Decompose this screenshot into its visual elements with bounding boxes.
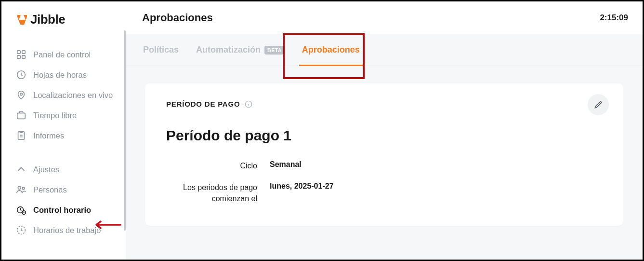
beta-badge: BETA <box>264 46 285 55</box>
sidebar-item-reports[interactable]: Informes <box>1 125 126 146</box>
svg-rect-1 <box>22 51 25 54</box>
field-row-cycle: Ciclo Semanal <box>166 160 602 171</box>
tabs: Políticas Automatización BETA Aprobacion… <box>126 34 643 66</box>
pay-period-card: PERÍODO DE PAGO Período de pago 1 Ciclo … <box>145 83 623 226</box>
sidebar-item-people[interactable]: Personas <box>1 179 126 200</box>
sidebar-item-timecontrol[interactable]: Control horario <box>1 200 126 220</box>
svg-rect-2 <box>17 55 20 58</box>
sidebar-label: Tiempo libre <box>33 111 77 120</box>
clock-icon <box>16 69 26 80</box>
sidebar-label: Localizaciones en vivo <box>33 91 113 100</box>
dashboard-icon <box>16 49 26 60</box>
tab-approvals[interactable]: Aprobaciones <box>293 34 368 66</box>
time-control-icon <box>16 205 26 215</box>
field-label: Ciclo <box>166 160 270 171</box>
main: Aprobaciones 2:15:09 Políticas Automatiz… <box>126 1 643 260</box>
sidebar: Jibble Panel de control Hojas de horas L… <box>1 1 126 260</box>
page-title: Aprobaciones <box>142 12 213 24</box>
sidebar-label: Panel de control <box>33 50 91 59</box>
svg-point-10 <box>22 187 25 190</box>
sidebar-label: Informes <box>33 131 64 140</box>
svg-point-5 <box>20 93 23 96</box>
topbar: Aprobaciones 2:15:09 <box>126 1 643 34</box>
sidebar-item-timeoff[interactable]: Tiempo libre <box>1 105 126 125</box>
field-value: Semanal <box>270 160 302 169</box>
tab-policies[interactable]: Políticas <box>134 34 187 66</box>
field-label: Los periodos de pago comienzan el <box>166 182 270 204</box>
card-header-text: PERÍODO DE PAGO <box>166 100 240 108</box>
logo-mark-icon <box>16 14 28 26</box>
svg-point-9 <box>18 186 21 189</box>
chevron-up-icon <box>16 164 26 175</box>
tab-label: Automatización <box>196 45 261 55</box>
tab-automation[interactable]: Automatización BETA <box>187 34 293 66</box>
logo[interactable]: Jibble <box>1 12 126 27</box>
sidebar-item-dashboard[interactable]: Panel de control <box>1 44 126 65</box>
tab-label: Políticas <box>143 45 179 55</box>
logo-text: Jibble <box>30 12 65 27</box>
svg-rect-6 <box>17 113 26 119</box>
card-title: Período de pago 1 <box>166 127 602 144</box>
sidebar-label: Personas <box>33 185 67 194</box>
location-icon <box>16 90 26 100</box>
svg-rect-3 <box>22 55 25 58</box>
nav-section-settings: Ajustes Personas Control horario Horario… <box>1 159 126 240</box>
people-icon <box>16 184 26 195</box>
sidebar-item-schedules[interactable]: Horarios de trabajo <box>1 220 126 240</box>
sidebar-label: Ajustes <box>33 165 59 174</box>
card-header: PERÍODO DE PAGO <box>166 100 602 108</box>
tab-label: Aprobaciones <box>302 45 360 55</box>
edit-button[interactable] <box>588 94 609 115</box>
content: PERÍODO DE PAGO Período de pago 1 Ciclo … <box>126 66 643 226</box>
pencil-icon <box>593 100 603 110</box>
sidebar-item-settings[interactable]: Ajustes <box>1 159 126 179</box>
reports-icon <box>16 130 26 141</box>
sidebar-label: Control horario <box>33 206 91 215</box>
svg-rect-0 <box>17 51 20 54</box>
info-icon[interactable] <box>245 100 252 108</box>
nav-section-main: Panel de control Hojas de horas Localiza… <box>1 44 126 146</box>
timer: 2:15:09 <box>600 13 628 23</box>
sidebar-item-timesheets[interactable]: Hojas de horas <box>1 65 126 85</box>
field-row-start: Los periodos de pago comienzan el lunes,… <box>166 182 602 204</box>
sidebar-item-livelocations[interactable]: Localizaciones en vivo <box>1 85 126 105</box>
schedule-icon <box>16 225 26 235</box>
sidebar-label: Hojas de horas <box>33 70 87 80</box>
field-value: lunes, 2025-01-27 <box>270 182 334 191</box>
briefcase-icon <box>16 110 26 121</box>
sidebar-label: Horarios de trabajo <box>33 226 101 235</box>
